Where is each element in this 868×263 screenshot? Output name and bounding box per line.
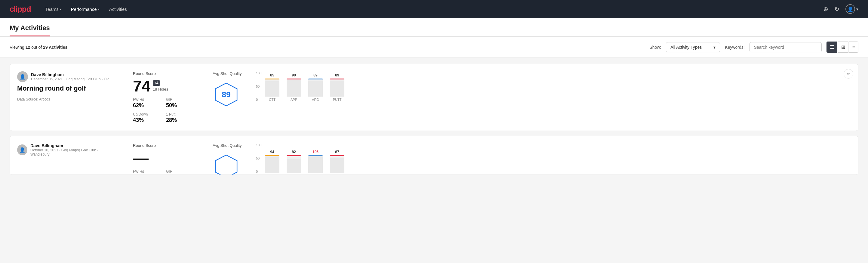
- round-score-value: 74: [133, 78, 150, 94]
- chart-bars: 85 OTT 90 APP: [265, 71, 851, 108]
- card2-stats: Round Score — FW Hit 43% GIR 56%: [133, 143, 193, 175]
- holes-label: 18 Holes: [153, 87, 168, 91]
- card-left-section: 👤 Dave Billingham December 05, 2021 · Go…: [17, 71, 114, 101]
- chart-bar-putt: 89 PUTT: [330, 73, 344, 101]
- card2-round-score-label: Round Score: [133, 143, 193, 148]
- hex-score-value: 89: [222, 90, 231, 99]
- performance-chevron-icon: ▾: [98, 7, 99, 11]
- nav-performance[interactable]: Performance ▾: [71, 5, 99, 13]
- data-source: Data Source: Arccos: [17, 97, 114, 101]
- card2-y-labels: 100 50 0: [256, 143, 261, 173]
- gir-stat: GIR 50%: [166, 97, 193, 109]
- teams-chevron-icon: ▾: [60, 7, 61, 11]
- show-label: Show:: [649, 45, 661, 50]
- card2-score-row: —: [133, 150, 193, 166]
- keywords-label: Keywords:: [725, 45, 744, 50]
- card2-stats-grid: FW Hit 43% GIR 56%: [133, 169, 193, 175]
- avatar: 👤: [845, 4, 855, 14]
- list-wide-view-button[interactable]: ≡: [849, 41, 858, 53]
- user-menu-button[interactable]: 👤 ▾: [845, 4, 858, 14]
- avatar: 👤: [17, 71, 28, 82]
- card2-user-info: Dave Billingham October 16, 2021 · Gog M…: [30, 143, 114, 156]
- activity-type-dropdown[interactable]: All Activity Types ▾: [666, 42, 720, 52]
- activity-title: Morning round of golf: [17, 85, 114, 92]
- page-title: My Activities: [10, 24, 50, 32]
- card2-score: —: [133, 150, 149, 166]
- card2-fw-hit: FW Hit 43%: [133, 169, 160, 175]
- updown-stat: Up/Down 43%: [133, 112, 160, 123]
- page-header: My Activities: [0, 18, 868, 37]
- round-score-row: 74 +4 18 Holes: [133, 78, 193, 94]
- card2-bar-chart-section: 100 50 0 94 82: [256, 143, 851, 175]
- shot-quality-title: Avg Shot Quality: [213, 71, 242, 76]
- card2-bar-arg: 106: [308, 150, 323, 173]
- card-stats-section: Round Score 74 +4 18 Holes FW Hit 62% GI…: [133, 71, 193, 123]
- chart-bar-arg: 89 ARG: [308, 73, 323, 101]
- nav-activities[interactable]: Activities: [109, 5, 127, 13]
- view-toggle: ☰ ⊞ ≡: [827, 41, 858, 53]
- add-button[interactable]: ⊕: [823, 5, 828, 12]
- shot-quality-section: Avg Shot Quality 89: [213, 71, 249, 110]
- round-score-label: Round Score: [133, 71, 193, 76]
- grid-view-button[interactable]: ⊞: [838, 41, 848, 53]
- user-row: 👤 Dave Billingham December 05, 2021 · Go…: [17, 71, 114, 82]
- activities-list: ✏ 👤 Dave Billingham December 05, 2021 · …: [0, 58, 868, 181]
- nav-actions: ⊕ ↻ 👤 ▾: [823, 4, 858, 14]
- card-divider: [123, 71, 123, 123]
- page-title-wrap: My Activities: [10, 18, 50, 36]
- card2-hexagon-shape: [214, 154, 239, 175]
- card2-bar-app: 82: [287, 150, 301, 173]
- one-putt-stat: 1 Putt 28%: [166, 112, 193, 123]
- filter-bar: Viewing 12 out of 29 Activities Show: Al…: [0, 37, 868, 58]
- stats-grid: FW Hit 62% GIR 50% Up/Down 43% 1 Putt 28…: [133, 97, 193, 123]
- card2-chart-bars: 94 82 106: [265, 143, 851, 175]
- chart-y-labels: 100 50 0: [256, 71, 261, 101]
- activity-card-2: 👤 Dave Billingham October 16, 2021 · Gog…: [10, 136, 858, 175]
- dropdown-chevron-icon: ▾: [713, 45, 715, 50]
- card2-divider: [123, 143, 123, 167]
- card2-user-row: 👤 Dave Billingham October 16, 2021 · Gog…: [17, 143, 114, 156]
- card2-hexagon: [213, 151, 240, 175]
- user-date: December 05, 2021 · Gog Magog Golf Club …: [31, 77, 110, 81]
- svg-marker-1: [215, 155, 237, 175]
- card2-left-section: 👤 Dave Billingham October 16, 2021 · Gog…: [17, 143, 114, 159]
- card2-shot-quality: Avg Shot Quality: [213, 143, 249, 175]
- chart-bar-app: 90 APP: [287, 73, 301, 101]
- user-info: Dave Billingham December 05, 2021 · Gog …: [31, 72, 110, 81]
- search-input[interactable]: [749, 42, 822, 52]
- card2-user-date: October 16, 2021 · Gog Magog Golf Club -…: [30, 148, 114, 156]
- shot-quality-hexagon: 89: [213, 80, 240, 110]
- card2-bar-ott: 94: [265, 150, 279, 173]
- avatar: 👤: [17, 144, 27, 155]
- bar-chart-section: 100 50 0 85 OTT: [256, 71, 851, 108]
- app-logo[interactable]: clippd: [10, 4, 31, 14]
- user-name: Dave Billingham: [31, 72, 110, 77]
- card2-user-name: Dave Billingham: [30, 143, 114, 148]
- activity-card: ✏ 👤 Dave Billingham December 05, 2021 · …: [10, 64, 858, 131]
- card2-shot-quality-title: Avg Shot Quality: [213, 143, 242, 148]
- card2-bar-chart: 100 50 0 94 82: [256, 143, 851, 175]
- nav-teams[interactable]: Teams ▾: [45, 5, 61, 13]
- card2-gir: GIR 56%: [166, 169, 193, 175]
- refresh-button[interactable]: ↻: [834, 5, 839, 12]
- bar-chart: 100 50 0 85 OTT: [256, 71, 851, 108]
- chart-bar-ott: 85 OTT: [265, 73, 279, 101]
- user-chevron-icon: ▾: [856, 7, 858, 11]
- card2-bar-putt: 87: [330, 150, 344, 173]
- list-dense-view-button[interactable]: ☰: [827, 41, 837, 53]
- score-badge: +4: [153, 80, 160, 86]
- navbar: clippd Teams ▾ Performance ▾ Activities …: [0, 0, 868, 18]
- viewing-count: Viewing 12 out of 29 Activities: [10, 45, 67, 50]
- fw-hit-stat: FW Hit 62%: [133, 97, 160, 109]
